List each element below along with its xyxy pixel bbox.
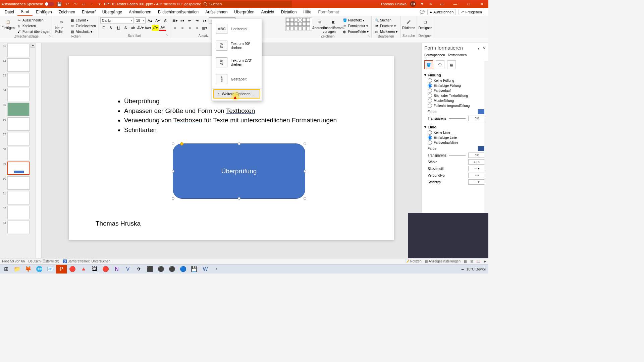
thumbnail-55[interactable]: 55 bbox=[1, 103, 35, 116]
comments-icon[interactable]: 💬 bbox=[420, 10, 425, 14]
share-button[interactable]: ↗ Freigeben bbox=[459, 9, 484, 15]
dictate-button[interactable]: 🎤Diktieren bbox=[402, 17, 415, 31]
tab-zeichnen[interactable]: Zeichnen bbox=[55, 8, 78, 16]
select-button[interactable]: ▭Markieren ▾ bbox=[373, 29, 399, 34]
slide-counter[interactable]: Folie 59 von 66 bbox=[2, 259, 25, 263]
autosave-toggle[interactable]: Automatisches Speichern bbox=[1, 2, 54, 6]
thumbnail-60[interactable]: 60 bbox=[1, 176, 35, 190]
textdir-rotate-90[interactable]: ABText um 90° drehen bbox=[212, 37, 262, 54]
onenote-icon[interactable]: N bbox=[111, 265, 122, 274]
thumbnail-61[interactable]: 61 bbox=[1, 191, 35, 204]
word-icon[interactable]: W bbox=[200, 265, 211, 274]
user-name[interactable]: Thomas Hruska bbox=[380, 2, 407, 6]
irfanview-icon[interactable]: 🖼 bbox=[89, 265, 100, 274]
copy-button[interactable]: ⎘Kopieren bbox=[15, 23, 52, 28]
telegram-icon[interactable]: ✈ bbox=[133, 265, 144, 274]
char-spacing-button[interactable]: AV▾ bbox=[137, 25, 144, 31]
fill-picture-radio[interactable]: Bild- oder Texturfüllung bbox=[424, 93, 486, 98]
adjustment-handle[interactable] bbox=[180, 142, 183, 145]
display-settings[interactable]: ▦ Anzeigeeinstellungen bbox=[425, 259, 461, 263]
resize-handle-se[interactable] bbox=[304, 197, 306, 200]
resize-handle-s[interactable] bbox=[238, 197, 240, 200]
italic-button[interactable]: K bbox=[108, 25, 114, 31]
sorter-view-icon[interactable]: ⊞ bbox=[470, 259, 473, 263]
close-icon[interactable]: ✕ bbox=[477, 0, 487, 8]
font-color-button[interactable]: A▾ bbox=[159, 25, 166, 31]
paste-button[interactable]: 📋Einfügen bbox=[1, 17, 15, 31]
sketch-style-picker[interactable]: — ▾ bbox=[468, 166, 486, 171]
line-width-value[interactable]: 1 Pt. bbox=[468, 159, 486, 165]
user-avatar[interactable]: TH bbox=[410, 1, 416, 7]
numbering-button[interactable]: ≡▾ bbox=[179, 17, 186, 23]
shape-outline-button[interactable]: ✏Formkontur ▾ bbox=[341, 23, 370, 28]
app-icon-4[interactable]: 💾 bbox=[189, 265, 200, 274]
quick-styles-button[interactable]: ◧Schnellformat-vorlagen bbox=[327, 17, 340, 34]
vertical-ruler[interactable] bbox=[36, 43, 42, 258]
compound-type-picker[interactable]: ≡ ▾ bbox=[468, 173, 486, 178]
outlook-icon[interactable]: 📧 bbox=[45, 265, 56, 274]
decrease-font-icon[interactable]: A▾ bbox=[154, 17, 161, 23]
tab-ansicht[interactable]: Ansicht bbox=[258, 8, 277, 16]
qat-dropdown-icon[interactable]: ▾ bbox=[97, 1, 102, 7]
change-case-button[interactable]: Aa▾ bbox=[145, 25, 151, 31]
tab-einfuegen[interactable]: Einfügen bbox=[33, 8, 55, 16]
resize-handle-e[interactable] bbox=[304, 170, 306, 173]
bullet-2[interactable]: Anpassen der Größe und Form von Textboxe… bbox=[124, 106, 337, 116]
search-box[interactable]: Suchen bbox=[201, 1, 292, 7]
strikethrough-button[interactable]: S̶ bbox=[122, 25, 129, 31]
undo-icon[interactable]: ↶ bbox=[65, 1, 70, 7]
record-button[interactable]: ● Aufzeichnen bbox=[427, 9, 456, 15]
textdir-rotate-270[interactable]: ABText um 270° drehen bbox=[212, 54, 262, 71]
tab-entwurf[interactable]: Entwurf bbox=[78, 8, 99, 16]
file-explorer-icon[interactable]: 📁 bbox=[12, 265, 22, 274]
app-icon-2[interactable]: ⬛ bbox=[145, 265, 155, 274]
pane-close-icon[interactable]: ✕ bbox=[483, 46, 486, 50]
align-left-button[interactable]: ≡ bbox=[172, 25, 178, 31]
fill-none-radio[interactable]: Keine Füllung bbox=[424, 78, 486, 83]
decrease-indent-button[interactable]: ⇤ bbox=[186, 17, 193, 23]
thumbnail-63[interactable]: 63 bbox=[1, 221, 35, 234]
tab-ueberpruefen[interactable]: Überprüfen bbox=[231, 8, 258, 16]
thumbnail-52[interactable]: 52 bbox=[1, 58, 35, 72]
tab-start[interactable]: Start bbox=[17, 8, 33, 16]
effects-icon[interactable]: ⬠ bbox=[436, 60, 444, 69]
normal-view-icon[interactable]: ▦ bbox=[464, 259, 467, 263]
notes-toggle[interactable]: 📝 Notizen bbox=[405, 259, 422, 263]
visio-icon[interactable]: V bbox=[122, 265, 133, 274]
format-painter-button[interactable]: 🖌Format übertragen bbox=[15, 29, 52, 34]
tab-formoptionen[interactable]: Formoptionen bbox=[424, 53, 445, 58]
pane-options-icon[interactable]: ▾ bbox=[478, 47, 479, 50]
tab-bildschirm[interactable]: Bildschirmpräsentation bbox=[155, 8, 202, 16]
tab-formformat[interactable]: Formformat bbox=[315, 8, 342, 16]
replace-button[interactable]: ⇄Ersetzen ▾ bbox=[373, 23, 399, 28]
increase-indent-button[interactable]: ⇥ bbox=[194, 17, 201, 23]
size-properties-icon[interactable]: ▦ bbox=[447, 60, 456, 69]
weather-widget[interactable]: ☁ 10°C Bewöl bbox=[461, 267, 486, 271]
scroll-up-icon[interactable]: ▴ bbox=[31, 43, 35, 48]
bullet-4[interactable]: Schriftarten bbox=[124, 125, 337, 135]
powerpoint-icon[interactable]: P bbox=[56, 265, 67, 274]
cut-button[interactable]: ✂Ausschneiden bbox=[15, 17, 52, 23]
thumbnail-59[interactable]: 59 bbox=[1, 162, 35, 175]
tab-hilfe[interactable]: Hilfe bbox=[300, 8, 315, 16]
line-transparency-value[interactable]: 0% bbox=[468, 153, 486, 158]
fill-transparency-value[interactable]: 0% bbox=[468, 116, 486, 121]
firefox-icon[interactable]: 🦊 bbox=[23, 265, 34, 274]
rounded-rectangle-shape[interactable]: Überprüfung ⟳ bbox=[173, 143, 305, 199]
shape-text[interactable]: Überprüfung bbox=[221, 168, 257, 175]
start-button[interactable]: ⊞ bbox=[1, 265, 11, 274]
fill-pattern-radio[interactable]: Musterfüllung bbox=[424, 98, 486, 103]
line-transparency-slider[interactable] bbox=[449, 155, 466, 156]
thumbnail-56[interactable]: 56 bbox=[1, 117, 35, 131]
obs-icon[interactable]: ⚫ bbox=[156, 265, 166, 274]
dash-type-picker[interactable]: — ▾ bbox=[468, 179, 486, 185]
line-section-header[interactable]: ▾ Linie bbox=[424, 124, 486, 130]
thumbnail-51[interactable]: 51 bbox=[1, 44, 35, 57]
tab-aufzeichnen[interactable]: Aufzeichnen bbox=[202, 8, 231, 16]
resize-handle-ne[interactable] bbox=[304, 142, 306, 145]
resize-handle-w[interactable] bbox=[172, 170, 174, 173]
reading-view-icon[interactable]: 📖 bbox=[476, 259, 480, 263]
shape-fill-button[interactable]: 🪣Fülleffekt ▾ bbox=[341, 17, 370, 23]
anydesk-icon[interactable]: 🔴 bbox=[67, 265, 78, 274]
tab-dictation[interactable]: Dictation bbox=[278, 8, 300, 16]
